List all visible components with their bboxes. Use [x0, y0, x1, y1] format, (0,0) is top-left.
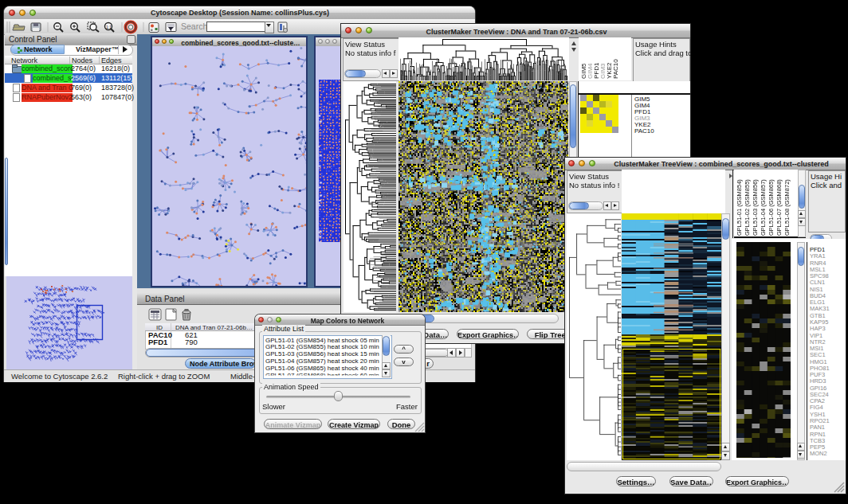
svg-text:1:1: 1:1 — [106, 25, 112, 29]
